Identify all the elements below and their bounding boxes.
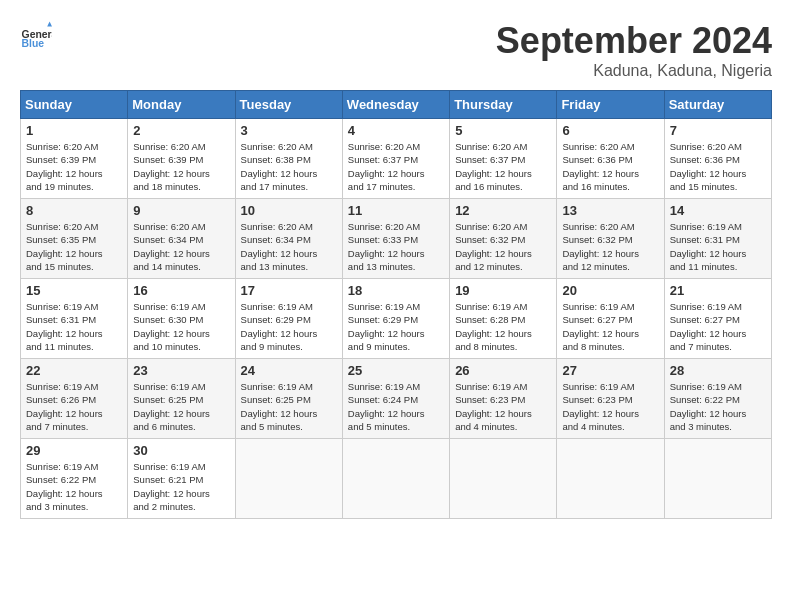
day-info: Sunrise: 6:19 AM Sunset: 6:23 PM Dayligh… [562,380,658,433]
table-row: 28Sunrise: 6:19 AM Sunset: 6:22 PM Dayli… [664,359,771,439]
calendar-header-row: Sunday Monday Tuesday Wednesday Thursday… [21,91,772,119]
page-header: General Blue September 2024 Kaduna, Kadu… [20,20,772,80]
day-number: 30 [133,443,229,458]
table-row: 11Sunrise: 6:20 AM Sunset: 6:33 PM Dayli… [342,199,449,279]
table-row: 20Sunrise: 6:19 AM Sunset: 6:27 PM Dayli… [557,279,664,359]
day-info: Sunrise: 6:19 AM Sunset: 6:31 PM Dayligh… [26,300,122,353]
day-info: Sunrise: 6:19 AM Sunset: 6:25 PM Dayligh… [133,380,229,433]
day-number: 3 [241,123,337,138]
table-row: 19Sunrise: 6:19 AM Sunset: 6:28 PM Dayli… [450,279,557,359]
day-info: Sunrise: 6:20 AM Sunset: 6:34 PM Dayligh… [241,220,337,273]
day-number: 27 [562,363,658,378]
month-title: September 2024 [496,20,772,62]
table-row: 5Sunrise: 6:20 AM Sunset: 6:37 PM Daylig… [450,119,557,199]
table-row: 7Sunrise: 6:20 AM Sunset: 6:36 PM Daylig… [664,119,771,199]
day-number: 29 [26,443,122,458]
day-info: Sunrise: 6:20 AM Sunset: 6:35 PM Dayligh… [26,220,122,273]
calendar-week-row: 15Sunrise: 6:19 AM Sunset: 6:31 PM Dayli… [21,279,772,359]
day-number: 14 [670,203,766,218]
day-number: 21 [670,283,766,298]
table-row: 24Sunrise: 6:19 AM Sunset: 6:25 PM Dayli… [235,359,342,439]
day-number: 28 [670,363,766,378]
day-number: 5 [455,123,551,138]
table-row [664,439,771,519]
table-row: 4Sunrise: 6:20 AM Sunset: 6:37 PM Daylig… [342,119,449,199]
day-info: Sunrise: 6:20 AM Sunset: 6:32 PM Dayligh… [562,220,658,273]
day-number: 17 [241,283,337,298]
calendar-week-row: 22Sunrise: 6:19 AM Sunset: 6:26 PM Dayli… [21,359,772,439]
table-row: 12Sunrise: 6:20 AM Sunset: 6:32 PM Dayli… [450,199,557,279]
day-info: Sunrise: 6:20 AM Sunset: 6:34 PM Dayligh… [133,220,229,273]
day-info: Sunrise: 6:19 AM Sunset: 6:21 PM Dayligh… [133,460,229,513]
day-number: 8 [26,203,122,218]
header-tuesday: Tuesday [235,91,342,119]
svg-text:Blue: Blue [22,38,45,49]
day-number: 18 [348,283,444,298]
header-friday: Friday [557,91,664,119]
table-row: 29Sunrise: 6:19 AM Sunset: 6:22 PM Dayli… [21,439,128,519]
day-info: Sunrise: 6:20 AM Sunset: 6:37 PM Dayligh… [348,140,444,193]
day-info: Sunrise: 6:19 AM Sunset: 6:30 PM Dayligh… [133,300,229,353]
title-block: September 2024 Kaduna, Kaduna, Nigeria [496,20,772,80]
day-number: 25 [348,363,444,378]
calendar-week-row: 8Sunrise: 6:20 AM Sunset: 6:35 PM Daylig… [21,199,772,279]
day-number: 22 [26,363,122,378]
header-sunday: Sunday [21,91,128,119]
day-info: Sunrise: 6:19 AM Sunset: 6:25 PM Dayligh… [241,380,337,433]
day-number: 15 [26,283,122,298]
table-row: 8Sunrise: 6:20 AM Sunset: 6:35 PM Daylig… [21,199,128,279]
day-info: Sunrise: 6:20 AM Sunset: 6:32 PM Dayligh… [455,220,551,273]
table-row: 17Sunrise: 6:19 AM Sunset: 6:29 PM Dayli… [235,279,342,359]
day-number: 9 [133,203,229,218]
day-info: Sunrise: 6:20 AM Sunset: 6:39 PM Dayligh… [133,140,229,193]
calendar-week-row: 29Sunrise: 6:19 AM Sunset: 6:22 PM Dayli… [21,439,772,519]
table-row: 1Sunrise: 6:20 AM Sunset: 6:39 PM Daylig… [21,119,128,199]
table-row [450,439,557,519]
day-number: 12 [455,203,551,218]
logo-icon: General Blue [20,20,52,52]
table-row: 18Sunrise: 6:19 AM Sunset: 6:29 PM Dayli… [342,279,449,359]
day-number: 20 [562,283,658,298]
table-row [342,439,449,519]
day-number: 24 [241,363,337,378]
location-subtitle: Kaduna, Kaduna, Nigeria [496,62,772,80]
table-row: 25Sunrise: 6:19 AM Sunset: 6:24 PM Dayli… [342,359,449,439]
day-info: Sunrise: 6:19 AM Sunset: 6:29 PM Dayligh… [348,300,444,353]
day-number: 13 [562,203,658,218]
table-row: 16Sunrise: 6:19 AM Sunset: 6:30 PM Dayli… [128,279,235,359]
day-info: Sunrise: 6:19 AM Sunset: 6:22 PM Dayligh… [670,380,766,433]
day-info: Sunrise: 6:20 AM Sunset: 6:38 PM Dayligh… [241,140,337,193]
header-monday: Monday [128,91,235,119]
day-number: 2 [133,123,229,138]
day-info: Sunrise: 6:20 AM Sunset: 6:33 PM Dayligh… [348,220,444,273]
table-row: 9Sunrise: 6:20 AM Sunset: 6:34 PM Daylig… [128,199,235,279]
day-info: Sunrise: 6:19 AM Sunset: 6:24 PM Dayligh… [348,380,444,433]
day-number: 11 [348,203,444,218]
day-number: 23 [133,363,229,378]
day-info: Sunrise: 6:19 AM Sunset: 6:31 PM Dayligh… [670,220,766,273]
table-row: 3Sunrise: 6:20 AM Sunset: 6:38 PM Daylig… [235,119,342,199]
day-info: Sunrise: 6:20 AM Sunset: 6:36 PM Dayligh… [562,140,658,193]
day-number: 10 [241,203,337,218]
table-row: 14Sunrise: 6:19 AM Sunset: 6:31 PM Dayli… [664,199,771,279]
day-number: 16 [133,283,229,298]
table-row: 2Sunrise: 6:20 AM Sunset: 6:39 PM Daylig… [128,119,235,199]
day-info: Sunrise: 6:19 AM Sunset: 6:28 PM Dayligh… [455,300,551,353]
day-info: Sunrise: 6:19 AM Sunset: 6:22 PM Dayligh… [26,460,122,513]
table-row [557,439,664,519]
header-thursday: Thursday [450,91,557,119]
calendar-week-row: 1Sunrise: 6:20 AM Sunset: 6:39 PM Daylig… [21,119,772,199]
day-number: 26 [455,363,551,378]
table-row: 15Sunrise: 6:19 AM Sunset: 6:31 PM Dayli… [21,279,128,359]
calendar-table: Sunday Monday Tuesday Wednesday Thursday… [20,90,772,519]
logo: General Blue [20,20,52,52]
day-number: 7 [670,123,766,138]
svg-marker-2 [47,22,52,27]
table-row [235,439,342,519]
header-saturday: Saturday [664,91,771,119]
day-number: 1 [26,123,122,138]
day-number: 19 [455,283,551,298]
day-info: Sunrise: 6:19 AM Sunset: 6:23 PM Dayligh… [455,380,551,433]
table-row: 27Sunrise: 6:19 AM Sunset: 6:23 PM Dayli… [557,359,664,439]
day-number: 4 [348,123,444,138]
